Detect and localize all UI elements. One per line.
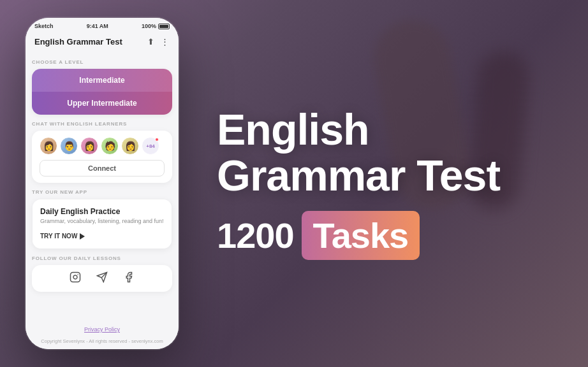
connect-label: Connect bbox=[88, 164, 116, 172]
time-text: 9:41 AM bbox=[87, 23, 108, 29]
chat-card: 👩 👨 👩 🧑 👩 +84 bbox=[32, 131, 172, 183]
avatar-2: 👨 bbox=[60, 137, 78, 155]
title-line1: English bbox=[217, 107, 562, 152]
try-cta-label: TRY IT NOW bbox=[40, 233, 77, 240]
connect-button[interactable]: Connect bbox=[40, 160, 165, 176]
chat-section-label: CHAT WITH ENGLISH LEARNERS bbox=[32, 121, 172, 127]
status-icons: 100% bbox=[142, 23, 170, 29]
header-actions: ⬆ ⋮ bbox=[147, 37, 170, 47]
avatar-face-4: 🧑 bbox=[101, 138, 118, 154]
status-bar: Sketch 9:41 AM 100% bbox=[26, 18, 179, 32]
telegram-icon[interactable] bbox=[96, 271, 108, 285]
tasks-row: 1200 Tasks bbox=[217, 211, 562, 260]
upper-intermediate-label: Upper Intermediate bbox=[67, 99, 136, 108]
main-content: Sketch 9:41 AM 100% English Grammar Test… bbox=[0, 0, 588, 367]
right-panel: English Grammar Test 1200 Tasks bbox=[204, 107, 562, 260]
carrier-text: Sketch bbox=[34, 23, 54, 29]
notification-dot bbox=[155, 138, 159, 141]
avatar-face-5: 👩 bbox=[122, 138, 138, 154]
avatar-face-1: 👩 bbox=[40, 138, 57, 154]
phone-footer: Privacy Policy Copyright Sevenlynx - All… bbox=[26, 322, 179, 349]
new-app-card: Daily English Practice Grammar, vocabula… bbox=[32, 199, 172, 249]
instagram-icon[interactable] bbox=[70, 271, 81, 285]
tasks-badge: Tasks bbox=[302, 211, 420, 260]
battery-icon bbox=[158, 24, 170, 29]
new-app-title: Daily English Practice bbox=[40, 207, 164, 216]
privacy-policy-link[interactable]: Privacy Policy bbox=[32, 326, 172, 333]
facebook-icon[interactable] bbox=[123, 271, 135, 285]
battery-percent: 100% bbox=[142, 23, 156, 29]
try-it-now-button[interactable]: TRY IT NOW bbox=[40, 233, 85, 240]
app-header: English Grammar Test ⬆ ⋮ bbox=[26, 32, 179, 53]
level-intermediate[interactable]: Intermediate bbox=[32, 69, 172, 92]
social-section-label: FOLLOW OUR DAILY LESSONS bbox=[32, 255, 172, 261]
avatar-4: 🧑 bbox=[101, 137, 119, 155]
choose-level-label: CHOOSE A LEVEL bbox=[32, 59, 172, 65]
intermediate-label: Intermediate bbox=[79, 76, 124, 85]
try-arrow-icon bbox=[80, 233, 85, 240]
avatar-count-text: +84 bbox=[146, 143, 155, 149]
avatar-count-badge: +84 bbox=[142, 137, 159, 155]
avatar-face-3: 👩 bbox=[81, 138, 98, 154]
new-app-label: TRY OUR NEW APP bbox=[32, 189, 172, 195]
share-icon[interactable]: ⬆ bbox=[147, 37, 154, 47]
app-title: English Grammar Test bbox=[34, 37, 122, 47]
avatar-1: 👩 bbox=[40, 137, 57, 155]
tasks-number: 1200 bbox=[217, 215, 294, 256]
copyright-text: Copyright Sevenlynx - All rights reserve… bbox=[41, 338, 163, 344]
title-line2: Grammar Test bbox=[217, 153, 562, 198]
level-card: Intermediate Upper Intermediate bbox=[32, 69, 172, 115]
avatars-row: 👩 👨 👩 🧑 👩 +84 bbox=[40, 137, 165, 155]
social-card bbox=[32, 265, 172, 292]
svg-rect-0 bbox=[71, 273, 80, 282]
new-app-description: Grammar, vocabulary, listening, reading … bbox=[40, 218, 164, 224]
avatar-5: 👩 bbox=[121, 137, 139, 155]
phone-scrollable-content[interactable]: CHOOSE A LEVEL Intermediate Upper Interm… bbox=[26, 53, 179, 322]
level-upper-intermediate[interactable]: Upper Intermediate bbox=[32, 92, 172, 115]
avatar-3: 👩 bbox=[80, 137, 98, 155]
more-icon[interactable]: ⋮ bbox=[161, 37, 170, 47]
avatar-face-2: 👨 bbox=[61, 138, 77, 154]
main-title: English Grammar Test bbox=[217, 107, 562, 198]
phone-mockup: Sketch 9:41 AM 100% English Grammar Test… bbox=[26, 18, 179, 349]
battery-fill bbox=[159, 25, 168, 28]
